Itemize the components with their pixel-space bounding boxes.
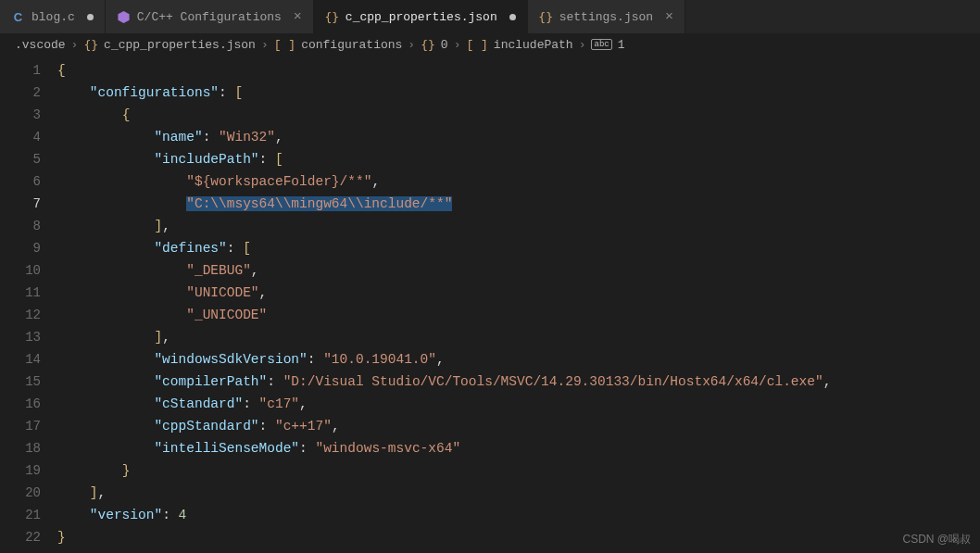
line-number: 15 — [0, 371, 41, 393]
line-number: 12 — [0, 304, 41, 326]
breadcrumb-segment[interactable]: .vscode — [15, 38, 66, 52]
tab-label: blog.c — [31, 10, 75, 24]
line-number: 7 — [0, 193, 41, 215]
breadcrumb-segment[interactable]: configurations — [301, 38, 402, 52]
line-number: 4 — [0, 126, 41, 148]
code-line[interactable]: ], — [57, 326, 980, 348]
code-line[interactable]: "intelliSenseMode": "windows-msvc-x64" — [57, 437, 980, 459]
line-number: 10 — [0, 259, 41, 282]
chevron-right-icon: › — [408, 38, 415, 52]
code-line[interactable]: "defines": [ — [57, 237, 980, 259]
line-number: 20 — [0, 482, 41, 504]
json-brace-icon: {} — [325, 10, 339, 24]
code-line[interactable]: "cStandard": "c17", — [57, 393, 980, 415]
tab-cpp-config[interactable]: C/C++ Configurations × — [106, 0, 314, 33]
chevron-right-icon: › — [261, 38, 269, 52]
code-line[interactable]: "cppStandard": "c++17", — [57, 415, 980, 437]
line-number: 13 — [0, 326, 41, 348]
breadcrumb-segment[interactable]: 1 — [618, 38, 625, 52]
editor[interactable]: 12345678910111213141516171819202122 { "c… — [0, 56, 980, 553]
code-line[interactable]: "C:\\msys64\\mingw64\\include/**" — [57, 193, 980, 215]
line-number: 16 — [0, 393, 41, 415]
tab-label: C/C++ Configurations — [137, 10, 282, 24]
breadcrumb-segment[interactable]: includePath — [494, 38, 573, 52]
line-number: 3 — [0, 104, 41, 126]
line-number: 22 — [0, 526, 41, 548]
code-line[interactable]: "name": "Win32", — [57, 126, 980, 148]
line-number: 19 — [0, 459, 41, 482]
line-number: 21 — [0, 504, 41, 526]
chevron-right-icon: › — [71, 38, 79, 52]
json-brace-icon: {} — [539, 10, 553, 24]
line-number: 5 — [0, 148, 41, 170]
svg-marker-0 — [118, 10, 129, 22]
code-line[interactable]: } — [57, 526, 980, 548]
close-icon[interactable]: × — [665, 9, 673, 25]
tab-c-cpp-properties[interactable]: {} c_cpp_properties.json — [314, 0, 528, 33]
code-line[interactable]: "version": 4 — [57, 504, 980, 526]
array-icon: [ ] — [274, 38, 295, 52]
tab-blog-c[interactable]: C blog.c — [0, 0, 106, 33]
c-file-icon: C — [11, 10, 25, 24]
code-line[interactable]: ], — [57, 482, 980, 504]
dirty-indicator-icon — [509, 14, 516, 20]
code-line[interactable]: "configurations": [ — [57, 82, 980, 104]
string-icon: abc — [591, 39, 611, 50]
json-brace-icon: {} — [83, 38, 98, 52]
tab-label: c_cpp_properties.json — [346, 10, 497, 24]
code-line[interactable]: "compilerPath": "D:/Visual Studio/VC/Too… — [57, 371, 980, 393]
watermark: CSDN @喝叔 — [902, 532, 971, 547]
array-icon: [ ] — [466, 38, 487, 52]
tab-settings-json[interactable]: {} settings.json × — [528, 0, 685, 33]
line-number: 11 — [0, 282, 41, 304]
breadcrumb-segment[interactable]: 0 — [441, 38, 448, 52]
code-line[interactable]: "windowsSdkVersion": "10.0.19041.0", — [57, 348, 980, 371]
line-number: 8 — [0, 215, 41, 237]
object-icon: {} — [421, 38, 435, 52]
tab-bar: C blog.c C/C++ Configurations × {} c_cpp… — [0, 0, 980, 33]
dirty-indicator-icon — [87, 14, 94, 20]
code-line[interactable]: { — [57, 104, 980, 126]
code-line[interactable]: "${workspaceFolder}/**", — [57, 170, 980, 193]
breadcrumb[interactable]: .vscode › {} c_cpp_properties.json › [ ]… — [0, 33, 980, 56]
chevron-right-icon: › — [454, 38, 461, 52]
cpp-logo-icon — [117, 10, 131, 24]
line-number: 1 — [0, 59, 41, 82]
close-icon[interactable]: × — [294, 9, 302, 25]
breadcrumb-segment[interactable]: c_cpp_properties.json — [104, 38, 256, 52]
code-line[interactable]: ], — [57, 215, 980, 237]
line-number: 6 — [0, 170, 41, 193]
chevron-right-icon: › — [579, 38, 586, 52]
code-line[interactable]: "UNICODE", — [57, 282, 980, 304]
line-number: 17 — [0, 415, 41, 437]
code-line[interactable]: "_DEBUG", — [57, 259, 980, 282]
line-number: 9 — [0, 237, 41, 259]
line-number: 2 — [0, 82, 41, 104]
code-line[interactable]: "includePath": [ — [57, 148, 980, 170]
code-area[interactable]: { "configurations": [ { "name": "Win32",… — [57, 56, 980, 553]
line-number: 14 — [0, 348, 41, 371]
line-number-gutter: 12345678910111213141516171819202122 — [0, 56, 57, 553]
tab-label: settings.json — [559, 10, 653, 24]
line-number: 18 — [0, 437, 41, 459]
code-line[interactable]: { — [57, 59, 980, 82]
code-line[interactable]: } — [57, 459, 980, 482]
code-line[interactable]: "_UNICODE" — [57, 304, 980, 326]
